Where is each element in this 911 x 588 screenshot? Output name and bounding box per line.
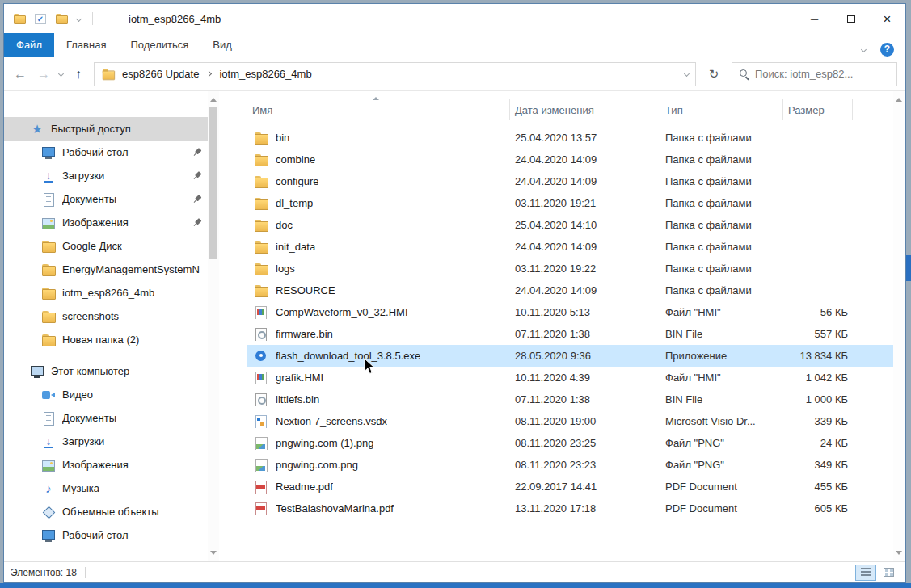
file-date: 24.04.2020 14:09 [510,153,660,166]
help-icon[interactable]: ? [880,43,894,57]
file-name-cell: pngwing.com (1).png [247,437,510,450]
up-icon[interactable]: ↑ [70,68,86,81]
file-row[interactable]: RESOURCE 24.04.2020 14:09 Папка с файлам… [247,279,905,301]
column-header[interactable]: Тип [660,99,783,120]
sidebar-item-label: Быстрый доступ [51,123,131,135]
main-scrollbar[interactable] [893,91,905,561]
history-dropdown-icon[interactable] [58,71,64,77]
file-row[interactable]: configure 24.04.2020 14:09 Папка с файла… [247,170,905,192]
file-row[interactable]: dl_temp 03.11.2020 19:21 Папка с файлами [247,192,905,214]
address-box[interactable]: esp8266 Update iotm_esp8266_4mb [94,62,696,86]
file-row[interactable]: Nextion 7_screens.vsdx 08.11.2020 19:00 … [247,410,905,432]
sidebar-item[interactable]: iotm_esp8266_4mb [4,281,208,304]
file-row[interactable]: CompWaveform_v0_32.HMI 10.11.2020 5:13 Ф… [247,301,905,323]
close-button[interactable]: × [869,4,905,33]
new-folder-icon[interactable] [54,12,69,25]
scroll-down-icon[interactable] [896,551,902,555]
file-row[interactable]: bin 25.04.2020 13:57 Папка с файлами [247,127,905,149]
refresh-icon[interactable]: ↻ [703,67,724,82]
sidebar-item[interactable]: Изображения [4,211,208,234]
collapse-ribbon-icon[interactable] [861,46,867,52]
scroll-up-icon[interactable] [210,98,217,102]
file-name: Nextion 7_screens.vsdx [276,415,387,427]
column-header[interactable]: Дата изменения [510,99,660,120]
ribbon-tab[interactable]: Главная [54,33,118,57]
back-icon[interactable]: ← [12,68,28,81]
minimize-button[interactable]: ─ [796,4,833,33]
search-input[interactable] [755,68,890,80]
sidebar-item-label: Музыка [62,482,99,494]
file-row[interactable]: flash_download_tool_3.8.5.exe 28.05.2020… [247,345,905,367]
file-row[interactable]: doc 25.04.2020 14:10 Папка с файлами [247,214,905,236]
file-row[interactable]: logs 03.11.2020 19:22 Папка с файлами [247,258,905,279]
breadcrumb-chevron-icon[interactable] [206,71,212,77]
column-header-label: Дата изменения [515,104,594,116]
scroll-up-icon[interactable] [896,98,902,102]
file-row[interactable]: combine 24.04.2020 14:09 Папка с файлами [247,149,905,170]
sidebar-item[interactable]: Загрузки [4,164,208,187]
column-header[interactable]: Имя [247,99,510,120]
sidebar-item[interactable]: Рабочий стол [4,141,208,164]
file-row[interactable]: littlefs.bin 07.11.2020 1:38 BIN File 1 … [247,388,905,410]
forward-icon[interactable]: → [36,68,52,81]
sidebar-item[interactable]: EnergyManagementSystemN [4,258,208,281]
sidebar-scrollbar[interactable] [208,91,219,561]
sidebar-item[interactable]: Документы [4,406,208,430]
file-row[interactable]: init_data 24.04.2020 14:09 Папка с файла… [247,236,905,258]
scrollbar-thumb[interactable] [209,107,217,259]
ribbon-tab[interactable]: Вид [200,33,244,57]
column-header[interactable]: Размер [783,99,853,120]
quick-access-toolbar: ✓ [12,12,96,25]
sidebar-item[interactable]: Объемные объекты [4,500,208,523]
sidebar-item[interactable]: Этот компьютер [4,359,208,383]
file-name: firmware.bin [276,328,333,340]
file-name: flash_download_tool_3.8.5.exe [276,350,420,362]
file-name-cell: pngwing.com.png [247,459,510,472]
file-type: Папка с файлами [660,219,783,231]
sidebar-item[interactable]: Видео [4,383,208,406]
search-box[interactable] [732,62,897,86]
sidebar-item-icon [30,123,44,136]
details-view-button[interactable] [855,565,876,581]
file-type: Папка с файлами [660,197,783,209]
qat-divider [92,12,93,25]
items-count: Элементов: 18 [11,567,77,578]
sidebar-item[interactable]: Загрузки [4,430,208,453]
pin-icon [190,192,203,205]
thumbnails-view-button[interactable] [878,565,899,581]
sidebar-item[interactable]: screenshots [4,304,208,328]
file-size: 605 КБ [783,502,853,514]
file-row[interactable]: firmware.bin 07.11.2020 1:38 BIN File 55… [247,323,905,345]
navigation-pane: Быстрый доступ Рабочий стол Загрузки Док… [4,91,208,561]
file-name: Readme.pdf [276,481,333,493]
sidebar-item[interactable]: Изображения [4,453,208,477]
maximize-button[interactable] [833,4,869,33]
sidebar-item[interactable]: Музыка [4,477,208,500]
sidebar-item[interactable]: Новая папка (2) [4,328,208,351]
qat-dropdown-icon[interactable] [76,15,82,21]
sidebar-item[interactable]: Рабочий стол [4,523,208,547]
breadcrumb-current[interactable]: iotm_esp8266_4mb [219,68,311,80]
scroll-down-icon[interactable] [210,551,217,555]
file-date: 08.11.2020 23:25 [510,437,660,449]
column-header-label: Тип [665,104,683,116]
sidebar-item-icon [41,388,56,401]
sort-ascending-icon [373,97,379,100]
file-row[interactable]: pngwing.com.png 08.11.2020 23:23 Файл "P… [247,454,905,476]
sidebar-item[interactable]: Документы [4,187,208,211]
file-icon [254,393,268,406]
breadcrumb-root[interactable]: esp8266 Update [122,68,199,80]
address-dropdown-icon[interactable] [684,71,690,77]
sidebar-item[interactable]: Быстрый доступ [4,117,208,141]
file-row[interactable]: Readme.pdf 22.09.2017 14:41 PDF Document… [247,476,905,498]
sidebar-item-icon [41,240,56,253]
file-row[interactable]: pngwing.com (1).png 08.11.2020 23:25 Фай… [247,432,905,454]
sidebar-item[interactable]: Google Диск [4,234,208,258]
properties-icon[interactable]: ✓ [35,14,46,24]
file-row[interactable]: TestBalashovaMarina.pdf 13.11.2020 17:18… [247,498,905,519]
ribbon-tab[interactable]: Поделиться [118,33,200,57]
file-row[interactable]: grafik.HMI 10.11.2020 4:39 Файл "HMI" 1 … [247,367,905,388]
taskbar-strip [0,583,911,588]
sidebar-item-icon [41,216,56,229]
ribbon-tab[interactable]: Файл [4,33,54,57]
